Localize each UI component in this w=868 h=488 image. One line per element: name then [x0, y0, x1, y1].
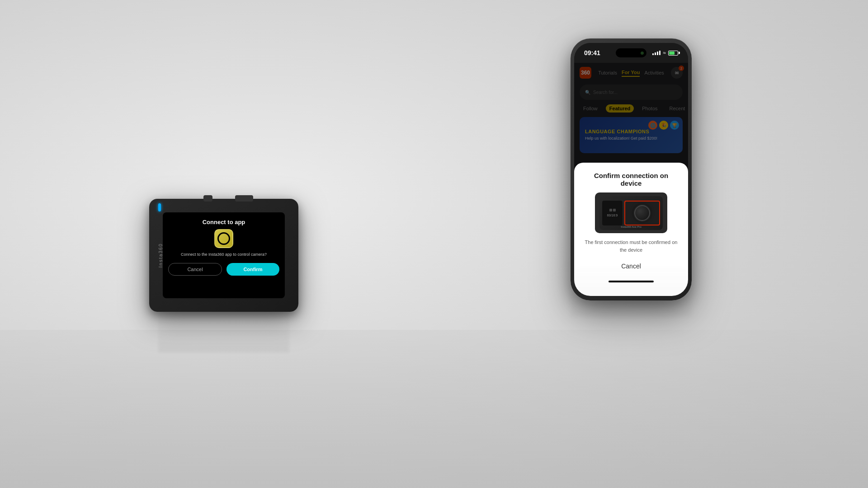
phone-status-bar: 09:41 ≈ — [574, 43, 688, 63]
camera-screen: Connect to app Connect to the Insta360 a… — [163, 212, 285, 298]
phone-reflection — [571, 262, 692, 316]
phone-frame: 09:41 ≈ — [571, 38, 692, 300]
mini-cam-display: 60/16:9 — [602, 201, 623, 225]
camera-app-icon — [214, 229, 233, 248]
camera-led — [158, 203, 161, 211]
phone-screen: 09:41 ≈ — [574, 43, 688, 296]
pixel — [609, 209, 612, 211]
phone-modal-overlay: Confirm connection on device 60/16:9 — [574, 63, 688, 296]
camera-screen-desc: Connect to the Insta360 app to control c… — [175, 252, 272, 258]
signal-bar-3 — [657, 52, 658, 55]
phone-time: 09:41 — [584, 49, 600, 56]
smartphone: 09:41 ≈ — [571, 38, 692, 300]
pixel — [613, 209, 616, 211]
wifi-icon: ≈ — [663, 50, 666, 56]
dynamic-island-dot — [641, 52, 644, 55]
camera-app-icon-inner — [217, 232, 230, 245]
table-surface — [0, 330, 868, 488]
battery-icon — [668, 51, 678, 56]
camera-reflection — [158, 307, 289, 352]
camera-screen-title: Connect to app — [203, 219, 245, 225]
camera-top-button-1[interactable] — [203, 195, 212, 202]
signal-bars — [652, 51, 660, 55]
camera-confirm-button[interactable]: Confirm — [226, 263, 279, 276]
camera-cancel-button[interactable]: Cancel — [168, 263, 222, 276]
camera-screen-buttons: Cancel Confirm — [163, 263, 285, 276]
camera-top-button-2[interactable] — [235, 195, 253, 202]
signal-bar-4 — [659, 51, 660, 55]
phone-status-icons: ≈ — [652, 50, 678, 56]
camera-device: Insta360 Connect to app Connect to the I… — [149, 199, 298, 312]
mini-cam-body: 60/16:9 Insta360 Ace Pro — [599, 196, 663, 230]
battery-fill — [669, 52, 675, 55]
mini-cam-time: 60/16:9 — [607, 214, 618, 217]
modal-title: Confirm connection on device — [583, 172, 679, 187]
phone-app-content: 360 Tutorials For You Activities ✉ 2 🔍 — [574, 63, 688, 296]
modal-camera-image: 60/16:9 Insta360 Ace Pro — [595, 192, 667, 233]
dynamic-island — [616, 48, 646, 57]
signal-bar-1 — [652, 53, 654, 55]
mini-cam-lens-area — [624, 201, 660, 225]
mini-cam-brand: Insta360 Ace Pro — [621, 225, 642, 228]
signal-bar-2 — [655, 52, 656, 55]
mini-cam-row — [609, 209, 616, 211]
mini-cam-lens — [634, 205, 650, 221]
camera-body: Insta360 Connect to app Connect to the I… — [149, 199, 298, 312]
modal-description: The first connection must be confirmed o… — [583, 239, 679, 253]
